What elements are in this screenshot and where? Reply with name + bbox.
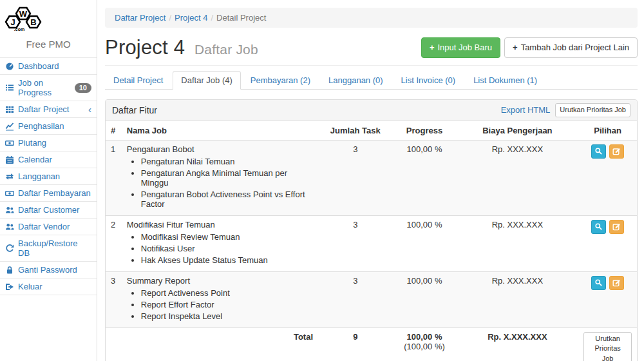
- cost-value: Rp. XXX.XXX: [457, 271, 579, 327]
- sidebar-item-job-on-progress[interactable]: Job on Progress 10: [0, 75, 97, 101]
- sidebar-item-label: Job on Progress: [18, 78, 75, 97]
- sidebar-item-backup-restore-db[interactable]: Backup/Restore DB: [0, 235, 97, 262]
- dashboard-icon: [5, 62, 14, 71]
- panel-heading: Daftar Fitur Export HTML Urutkan Priorit…: [106, 100, 637, 121]
- table-row: 1 Pengaturan Bobot Pengaturan Nilai Temu…: [106, 140, 637, 215]
- sidebar-item-label: Langganan: [18, 171, 60, 181]
- sidebar-item-ganti-password[interactable]: Ganti Password: [0, 262, 97, 278]
- edit-icon: [612, 222, 621, 231]
- task-count: 3: [318, 140, 393, 215]
- edit-icon: [612, 278, 621, 287]
- sidebar-item-dashboard[interactable]: Dashboard: [0, 58, 97, 75]
- jwb-logo-icon: J W B .com: [0, 5, 46, 36]
- money-icon: [5, 139, 14, 148]
- progress-value: 100,00 %: [393, 215, 457, 271]
- edit-job-button[interactable]: [609, 144, 624, 159]
- cost-value: Rp. XXX.XXX: [457, 140, 579, 215]
- users-icon: [5, 206, 14, 215]
- tab-langganan[interactable]: Langganan (0): [320, 71, 392, 90]
- subtask-item: Pengaturan Nilai Temuan: [141, 156, 313, 168]
- tab-daftar-job[interactable]: Daftar Job (4): [173, 71, 240, 90]
- view-job-button[interactable]: [591, 144, 606, 159]
- search-icon: [594, 278, 603, 287]
- subtask-item: Modifikasi Review Temuan: [141, 231, 313, 243]
- subtask-item: Pengaturan Angka Minimal Temuan per Ming…: [141, 168, 313, 189]
- subtask-item: Report Activeness Point: [141, 288, 313, 299]
- logo-dotcom: .com: [14, 27, 24, 32]
- actions-cell: [578, 271, 637, 327]
- urutkan-prioritas-job-button[interactable]: Urutkan Prioritas Job: [555, 103, 630, 117]
- export-html-link[interactable]: Export HTML: [501, 105, 551, 115]
- sidebar-item-langganan[interactable]: Langganan: [0, 168, 97, 185]
- search-icon: [594, 222, 603, 231]
- sidebar-item-label: Ganti Password: [18, 265, 77, 275]
- urutkan-prioritas-job-button[interactable]: Urutkan Prioritas Job: [583, 332, 632, 361]
- row-number: 1: [106, 140, 122, 215]
- subtask-item: Notifikasi User: [141, 243, 313, 255]
- sidebar-item-daftar-pembayaran[interactable]: Daftar Pembayaran: [0, 185, 97, 202]
- col-progress: Progress: [393, 121, 457, 141]
- tab-list-dokumen[interactable]: List Dokumen (1): [465, 71, 545, 90]
- lock-icon: [5, 266, 14, 275]
- task-count: 3: [318, 215, 393, 271]
- main-content: Daftar Project/Project 4/Detail Project …: [105, 0, 638, 361]
- total-label: Total: [122, 327, 318, 361]
- subtask-list: Report Activeness Point Report Effort Fa…: [127, 288, 313, 322]
- logo-letter-j: J: [10, 17, 15, 27]
- sidebar-item-daftar-project[interactable]: Daftar Project ‹: [0, 101, 97, 118]
- project-tabs: Detail Project Daftar Job (4) Pembayaran…: [105, 71, 638, 90]
- progress-value: 100,00 %: [393, 140, 457, 215]
- sidebar-item-label: Daftar Customer: [18, 205, 79, 215]
- breadcrumb-project-4[interactable]: Project 4: [175, 13, 207, 23]
- refresh-icon: [5, 244, 14, 253]
- breadcrumb-current: Detail Project: [216, 13, 266, 23]
- view-job-button[interactable]: [591, 220, 606, 234]
- sidebar-item-label: Dashboard: [18, 61, 59, 71]
- task-count: 3: [318, 271, 393, 327]
- subtask-item: Pengaturan Bobot Activeness Point vs Eff…: [141, 189, 313, 210]
- daftar-fitur-table: # Nama Job Jumlah Task Progress Biaya Pe…: [106, 121, 637, 361]
- total-task-count: 9: [318, 327, 393, 361]
- sidebar-item-calendar[interactable]: Calendar: [0, 151, 97, 168]
- tambah-job-dari-project-lain-button[interactable]: + Tambah Job dari Project Lain: [504, 37, 638, 58]
- total-cost: Rp. X.XXX.XXX: [457, 327, 579, 361]
- table-header-row: # Nama Job Jumlah Task Progress Biaya Pe…: [106, 121, 637, 141]
- job-name-cell: Summary Report Report Activeness Point R…: [122, 271, 318, 327]
- tab-list-invoice[interactable]: List Invoice (0): [393, 71, 464, 90]
- logo-letter-w: W: [19, 9, 28, 19]
- sidebar-item-label: Daftar Vendor: [18, 222, 70, 231]
- panel-daftar-fitur: Daftar Fitur Export HTML Urutkan Priorit…: [105, 99, 638, 361]
- progress-value: 100,00 %: [393, 271, 457, 327]
- tab-detail-project[interactable]: Detail Project: [105, 71, 171, 90]
- job-name: Pengaturan Bobot: [127, 144, 194, 154]
- edit-job-button[interactable]: [609, 276, 624, 290]
- subtask-item: Report Effort Factor: [141, 299, 313, 311]
- total-row: Total 9 100,00 % (100,00 %) Rp. X.XXX.XX…: [106, 327, 637, 361]
- actions-cell: [578, 140, 637, 215]
- breadcrumb-daftar-project[interactable]: Daftar Project: [115, 13, 166, 23]
- plus-icon: +: [513, 42, 518, 54]
- sidebar-item-daftar-vendor[interactable]: Daftar Vendor: [0, 219, 97, 235]
- sidebar: J W B .com Free PMO Dashboard Job on Pro…: [0, 0, 97, 361]
- sidebar-item-piutang[interactable]: Piutang: [0, 135, 97, 151]
- line-chart-icon: [5, 122, 14, 131]
- app-logo: J W B .com Free PMO: [0, 0, 97, 50]
- sidebar-item-label: Daftar Project: [18, 104, 69, 114]
- view-job-button[interactable]: [591, 276, 606, 290]
- subtask-item: Hak Akses Update Status Temuan: [141, 255, 313, 266]
- tab-pembayaran[interactable]: Pembayaran (2): [242, 71, 319, 90]
- chevron-left-icon: ‹: [88, 106, 91, 113]
- sidebar-item-daftar-customer[interactable]: Daftar Customer: [0, 202, 97, 219]
- input-job-baru-button[interactable]: + Input Job Baru: [421, 37, 500, 58]
- sidebar-item-keluar[interactable]: Keluar: [0, 278, 97, 295]
- page-subtitle: Daftar Job: [194, 42, 258, 57]
- panel-title: Daftar Fitur: [112, 105, 157, 115]
- cost-value: Rp. XXX.XXX: [457, 215, 579, 271]
- sidebar-item-penghasilan[interactable]: Penghasilan: [0, 118, 97, 135]
- table-row: 2 Modifikasi Fitur Temuan Modifikasi Rev…: [106, 215, 637, 271]
- edit-job-button[interactable]: [609, 220, 624, 234]
- sidebar-item-label: Calendar: [18, 155, 52, 164]
- row-number: 2: [106, 215, 122, 271]
- page-header: Project 4 Daftar Job + Input Job Baru + …: [105, 28, 638, 66]
- sidebar-menu: Dashboard Job on Progress 10 Daftar Proj…: [0, 57, 97, 295]
